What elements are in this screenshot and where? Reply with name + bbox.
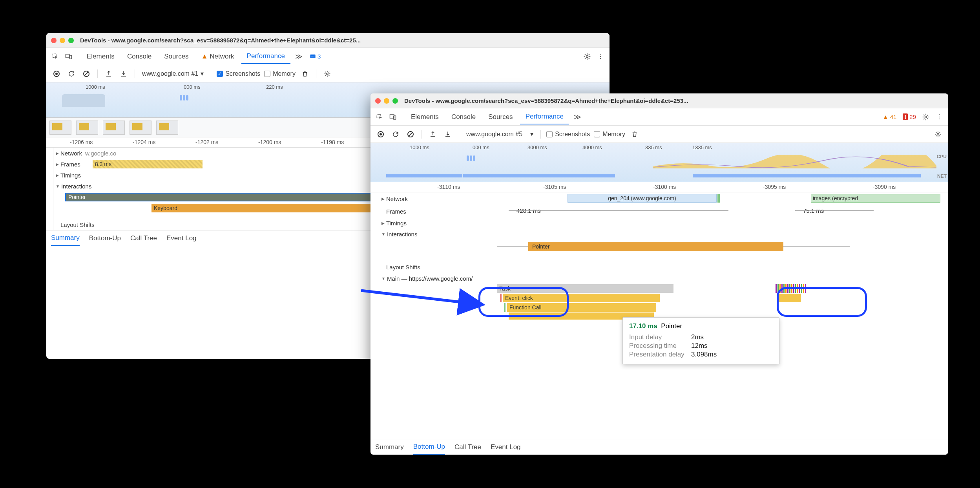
more-tabs-icon[interactable]: ≫ bbox=[571, 113, 584, 121]
window-title: DevTools - www.google.com/search?sca_esv… bbox=[80, 37, 361, 44]
upload-icon[interactable] bbox=[103, 68, 114, 79]
timings-track[interactable]: ▶ Timings bbox=[379, 217, 948, 228]
tab-summary[interactable]: Summary bbox=[51, 231, 80, 246]
tab-bottom-up[interactable]: Bottom-Up bbox=[413, 440, 445, 455]
tab-sources[interactable]: Sources bbox=[159, 49, 194, 64]
maximize-window-icon[interactable] bbox=[392, 98, 398, 104]
time-marker: 000 ms bbox=[473, 144, 489, 150]
pointer-bar[interactable]: Pointer bbox=[528, 242, 783, 251]
download-icon[interactable] bbox=[118, 68, 129, 79]
screenshot-thumb[interactable] bbox=[156, 121, 178, 135]
settings-icon[interactable] bbox=[322, 68, 333, 79]
ruler-tick: -1200 ms bbox=[258, 139, 281, 145]
trash-icon[interactable] bbox=[629, 129, 640, 140]
record-icon[interactable] bbox=[375, 129, 386, 140]
inspect-icon[interactable] bbox=[49, 51, 61, 62]
tab-summary[interactable]: Summary bbox=[375, 440, 404, 454]
network-track[interactable]: ▶ Network gen_204 (www.google.com) image… bbox=[379, 192, 948, 205]
network-tile[interactable]: gen_204 (www.google.com) bbox=[568, 194, 717, 203]
screenshot-thumb[interactable] bbox=[49, 121, 71, 135]
layout-shifts-track[interactable]: Layout Shifts bbox=[379, 261, 948, 272]
message-badge[interactable]: 3 bbox=[307, 52, 323, 60]
settings-icon[interactable] bbox=[581, 51, 593, 62]
expand-icon[interactable]: ▶ bbox=[56, 151, 59, 155]
tab-call-tree[interactable]: Call Tree bbox=[130, 231, 157, 245]
overview-timeline[interactable]: 1000 ms 000 ms 3000 ms 4000 ms 335 ms 13… bbox=[370, 143, 948, 182]
reload-icon[interactable] bbox=[390, 129, 401, 140]
window-title: DevTools - www.google.com/search?sca_esv… bbox=[404, 97, 688, 104]
tab-elements[interactable]: Elements bbox=[405, 110, 444, 124]
time-ruler[interactable]: -3110 ms -3105 ms -3100 ms -3095 ms -309… bbox=[370, 182, 948, 192]
tab-console[interactable]: Console bbox=[122, 49, 157, 64]
reload-icon[interactable] bbox=[66, 68, 77, 79]
tab-sources[interactable]: Sources bbox=[483, 110, 518, 124]
device-toggle-icon[interactable] bbox=[63, 51, 75, 62]
download-icon[interactable] bbox=[442, 129, 453, 140]
tab-call-tree[interactable]: Call Tree bbox=[454, 440, 481, 454]
main-track[interactable]: ▼ Main — https://www.google.com/ bbox=[379, 272, 948, 284]
tab-bottom-up[interactable]: Bottom-Up bbox=[89, 231, 121, 245]
range-handle[interactable] bbox=[467, 155, 475, 161]
inspect-icon[interactable] bbox=[374, 111, 385, 123]
screenshots-checkbox[interactable]: Screenshots bbox=[546, 131, 590, 138]
upload-icon[interactable] bbox=[427, 129, 438, 140]
tab-network[interactable]: ▲ Network bbox=[196, 49, 240, 64]
pointer-row[interactable]: Pointer bbox=[379, 239, 948, 254]
screenshot-thumb[interactable] bbox=[103, 121, 125, 135]
clear-icon[interactable] bbox=[405, 129, 416, 140]
collapse-icon[interactable]: ▼ bbox=[381, 276, 385, 281]
trash-icon[interactable] bbox=[299, 68, 310, 79]
frame-bar[interactable]: 8.3 ms bbox=[93, 160, 203, 168]
chevron-down-icon: ▾ bbox=[530, 130, 533, 138]
expand-icon[interactable]: ▶ bbox=[381, 221, 385, 225]
minimize-window-icon[interactable] bbox=[60, 38, 65, 43]
svg-line-8 bbox=[84, 72, 88, 76]
clear-icon[interactable] bbox=[81, 68, 92, 79]
more-tabs-icon[interactable]: ≫ bbox=[292, 52, 306, 61]
screenshot-thumb[interactable] bbox=[130, 121, 151, 135]
warning-badge[interactable]: ▲ 41 bbox=[880, 113, 899, 121]
range-handle[interactable] bbox=[180, 95, 188, 101]
tab-elements[interactable]: Elements bbox=[81, 49, 120, 64]
checkbox-icon bbox=[594, 131, 600, 137]
recording-select[interactable]: www.google.com #1 ▾ bbox=[141, 70, 205, 77]
ruler-tick: -1206 ms bbox=[70, 139, 93, 145]
task-bar[interactable]: Task bbox=[497, 284, 673, 293]
tab-performance[interactable]: Performance bbox=[520, 110, 569, 124]
close-window-icon[interactable] bbox=[51, 38, 57, 43]
screenshot-thumb[interactable] bbox=[76, 121, 98, 135]
settings-icon[interactable] bbox=[933, 129, 944, 140]
event-click-bar[interactable]: Event: click bbox=[503, 294, 660, 302]
traffic-lights[interactable] bbox=[51, 38, 74, 43]
interactions-track[interactable]: ▼ Interactions bbox=[379, 228, 948, 239]
maximize-window-icon[interactable] bbox=[68, 38, 74, 43]
tab-event-log[interactable]: Event Log bbox=[166, 231, 197, 245]
traffic-lights[interactable] bbox=[375, 98, 398, 104]
device-toggle-icon[interactable] bbox=[387, 111, 399, 123]
tab-console[interactable]: Console bbox=[446, 110, 481, 124]
screenshots-checkbox[interactable]: ✓Screenshots bbox=[217, 70, 260, 77]
interaction-tooltip: 17.10 ms Pointer Input delay2ms Processi… bbox=[622, 317, 779, 364]
memory-checkbox[interactable]: Memory bbox=[594, 131, 625, 138]
collapse-icon[interactable]: ▼ bbox=[381, 232, 385, 236]
recording-select[interactable]: www.google.com #5 ▾ bbox=[465, 130, 535, 138]
close-window-icon[interactable] bbox=[375, 98, 381, 104]
collapse-icon[interactable]: ▼ bbox=[56, 184, 60, 188]
frames-track[interactable]: Frames 428.1 ms 75.1 ms bbox=[379, 205, 948, 217]
time-marker: 3000 ms bbox=[527, 144, 547, 150]
error-badge[interactable]: ! 29 bbox=[900, 113, 918, 121]
expand-icon[interactable]: ▶ bbox=[381, 197, 385, 201]
minimize-window-icon[interactable] bbox=[384, 98, 389, 104]
expand-icon[interactable]: ▶ bbox=[56, 162, 59, 166]
kebab-menu-icon[interactable]: ⋮ bbox=[933, 111, 945, 123]
chevron-down-icon: ▾ bbox=[201, 70, 204, 77]
memory-checkbox[interactable]: Memory bbox=[264, 70, 296, 77]
function-call-bar[interactable]: Function Call bbox=[507, 303, 656, 312]
network-tile[interactable]: images (encrypted bbox=[811, 194, 940, 203]
expand-icon[interactable]: ▶ bbox=[56, 173, 59, 177]
record-icon[interactable] bbox=[51, 68, 62, 79]
tab-performance[interactable]: Performance bbox=[241, 49, 290, 64]
tab-event-log[interactable]: Event Log bbox=[491, 440, 521, 454]
settings-icon[interactable] bbox=[920, 111, 932, 123]
kebab-menu-icon[interactable]: ⋮ bbox=[595, 51, 606, 62]
